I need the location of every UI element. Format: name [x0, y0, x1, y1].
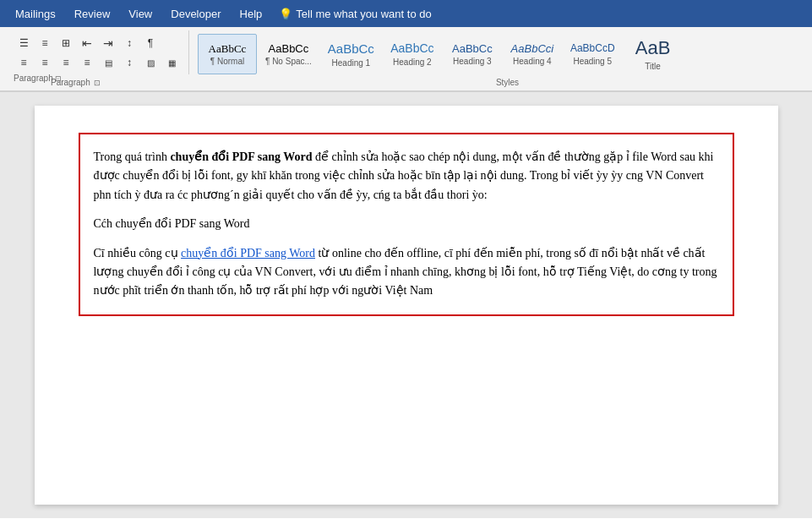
border-btn[interactable]: ▦ [161, 53, 182, 72]
line-spacing-btn[interactable]: ↕ [119, 53, 139, 72]
style-h2-label: Heading 2 [393, 57, 432, 67]
ribbon: ☰ ≡ ⊞ ⇤ ⇥ ↕ ¶ ≡ ≡ ≡ ≡ ▤ ↕ [0, 27, 812, 92]
style-nospace-preview: AaBbCc [269, 42, 309, 56]
style-h3-label: Heading 3 [453, 57, 492, 66]
styles-group-label-text: Styles [496, 78, 519, 87]
style-h1-preview: AaBbCc [328, 41, 374, 57]
tell-me-box[interactable]: 💡 Tell me what you want to do [279, 8, 431, 20]
style-nospace[interactable]: AaBbCc ¶ No Spac... [258, 34, 319, 74]
menu-view[interactable]: View [120, 4, 161, 24]
paragraph-group-label-text: Paragraph [51, 78, 90, 87]
align-left-btn[interactable]: ≡ [14, 53, 34, 72]
style-normal-label: ¶ Normal [210, 57, 244, 66]
indent-tools: ☰ ≡ ⊞ ⇤ ⇥ ↕ ¶ ≡ ≡ ≡ ≡ ▤ ↕ [14, 34, 182, 72]
menu-help[interactable]: Help [232, 4, 271, 24]
align-center-btn[interactable]: ≡ [35, 53, 55, 72]
tell-me-text: Tell me what you want to do [296, 8, 431, 20]
paragraph-group-label: Paragraph ⊡ [0, 78, 203, 87]
styles-group: AaBbCc ¶ Normal AaBbCc ¶ No Spac... AaBb… [191, 30, 805, 74]
lightbulb-icon: 💡 [279, 8, 292, 20]
text-box: Trong quá trình chuyển đổi PDF sang Word… [79, 133, 734, 316]
paragraph-group: ☰ ≡ ⊞ ⇤ ⇥ ↕ ¶ ≡ ≡ ≡ ≡ ▤ ↕ [7, 30, 189, 74]
justify-btn[interactable]: ≡ [77, 53, 97, 72]
style-h4-label: Heading 4 [513, 57, 552, 66]
sort-btn[interactable]: ↕ [119, 34, 139, 52]
paragraph-2: Cćh chuyển đổi PDF sang Word [94, 215, 719, 233]
align-right-btn[interactable]: ≡ [56, 53, 76, 72]
style-h5-preview: AaBbCcD [570, 42, 615, 54]
paragraph-tools: ☰ ≡ ⊞ ⇤ ⇥ ↕ ¶ ≡ ≡ ≡ ≡ ▤ ↕ [14, 34, 182, 72]
style-h2-preview: AaBbCc [390, 41, 433, 56]
menu-bar: Mailings Review View Developer Help 💡 Te… [0, 0, 812, 27]
indent-decrease-btn[interactable]: ⇤ [77, 34, 97, 52]
style-normal[interactable]: AaBbCc ¶ Normal [198, 34, 257, 74]
style-h1-label: Heading 1 [332, 58, 371, 68]
ribbon-tools-row: ☰ ≡ ⊞ ⇤ ⇥ ↕ ¶ ≡ ≡ ≡ ≡ ▤ ↕ [0, 27, 812, 74]
style-normal-preview: AaBbCc [209, 42, 247, 56]
style-h5-label: Heading 5 [573, 57, 612, 66]
pilcrow-btn[interactable]: ¶ [140, 34, 161, 52]
style-title-preview: AaB [635, 37, 671, 59]
bullets-btn[interactable]: ☰ [14, 34, 34, 52]
bold-text-1: chuyển đổi PDF sang Word [170, 150, 312, 163]
style-nospace-label: ¶ No Spac... [265, 57, 312, 66]
menu-developer[interactable]: Developer [162, 4, 229, 24]
style-heading1[interactable]: AaBbCc Heading 1 [320, 34, 382, 74]
indent-increase-btn[interactable]: ⇥ [98, 34, 118, 52]
style-h4-preview: AaBbCci [511, 42, 554, 56]
style-title-label: Title [645, 62, 661, 71]
style-heading2[interactable]: AaBbCc Heading 2 [383, 34, 442, 74]
ribbon-labels-row: Paragraph ⊡ Styles [0, 74, 812, 91]
document-area: Trong quá trình chuyển đổi PDF sang Word… [0, 92, 812, 518]
shading-btn[interactable]: ▨ [140, 53, 161, 72]
menu-review[interactable]: Review [66, 4, 119, 24]
styles-group-label: Styles [203, 78, 812, 87]
paragraph-3: Cī nhiều công cụ chuyển đổi PDF sang Wor… [94, 244, 719, 301]
style-heading3[interactable]: AaBbCc Heading 3 [443, 34, 502, 74]
align-row: ≡ ≡ ≡ ≡ ▤ ↕ ▨ ▦ [14, 53, 182, 72]
numbering-btn[interactable]: ≡ [35, 34, 55, 52]
style-heading5[interactable]: AaBbCcD Heading 5 [563, 34, 623, 74]
style-title[interactable]: AaB Title [624, 34, 683, 74]
multilevel-btn[interactable]: ⊞ [56, 34, 76, 52]
col-btn[interactable]: ▤ [98, 53, 118, 72]
document-page: Trong quá trình chuyển đổi PDF sang Word… [35, 106, 778, 505]
indent-row1: ☰ ≡ ⊞ ⇤ ⇥ ↕ ¶ [14, 34, 182, 52]
style-heading4[interactable]: AaBbCci Heading 4 [503, 34, 562, 74]
style-h3-preview: AaBbCc [452, 42, 493, 56]
pdf-link[interactable]: chuyển đổi PDF sang Word [181, 247, 315, 260]
paragraph-1: Trong quá trình chuyển đổi PDF sang Word… [94, 148, 719, 205]
menu-mailings[interactable]: Mailings [7, 4, 64, 24]
paragraph-group-expand-icon[interactable]: ⊡ [94, 79, 101, 87]
